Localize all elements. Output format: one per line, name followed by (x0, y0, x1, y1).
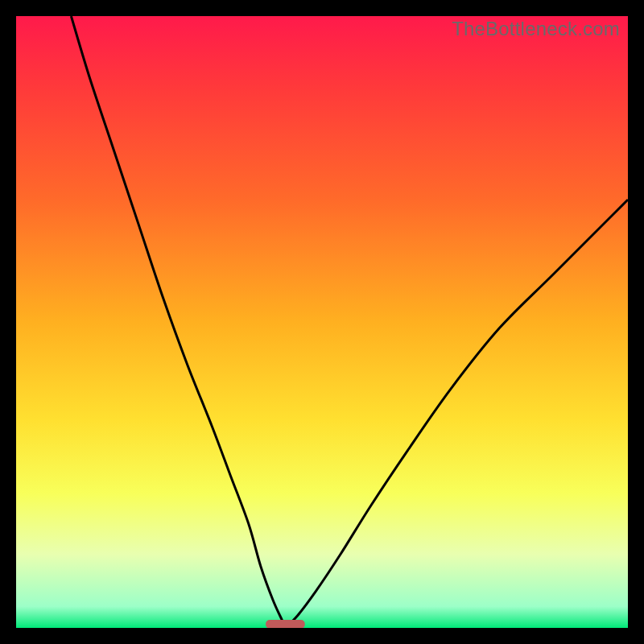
gradient-background (16, 16, 628, 628)
bottleneck-chart (16, 16, 628, 628)
optimum-marker (266, 620, 305, 628)
chart-frame: TheBottleneck.com (16, 16, 628, 628)
watermark-text: TheBottleneck.com (452, 18, 620, 40)
